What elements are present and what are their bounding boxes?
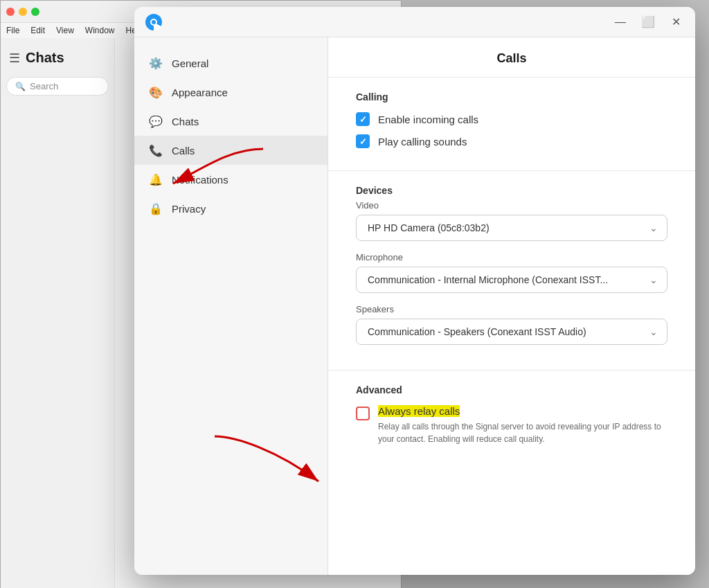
advanced-title: Advanced <box>356 384 667 395</box>
close-button[interactable]: ✕ <box>667 14 684 30</box>
settings-titlebar: — ⬜ ✕ <box>134 7 695 37</box>
settings-nav: ⚙️ General 🎨 Appearance 💬 Chats 📞 Calls … <box>134 37 328 575</box>
relay-calls-desc: Relay all calls through the Signal serve… <box>378 420 667 445</box>
gear-icon: ⚙️ <box>148 55 163 71</box>
nav-item-general[interactable]: ⚙️ General <box>134 48 327 78</box>
video-subsection: Video HP HD Camera (05c8:03b2) ⌄ <box>356 200 667 241</box>
content-title: Calls <box>356 51 667 66</box>
play-sounds-row: ✓ Play calling sounds <box>356 134 667 148</box>
microphone-select[interactable]: Communication - Internal Microphone (Con… <box>356 267 667 293</box>
app-logo <box>145 14 162 30</box>
speakers-subsection: Speakers Communication - Speakers (Conex… <box>356 304 667 345</box>
enable-incoming-checkbox[interactable]: ✓ <box>356 112 370 126</box>
nav-label-general: General <box>172 57 208 69</box>
content-header: Calls <box>328 37 695 78</box>
phone-icon: 📞 <box>148 143 163 158</box>
video-select[interactable]: HP HD Camera (05c8:03b2) <box>356 215 667 241</box>
enable-incoming-row: ✓ Enable incoming calls <box>356 112 667 126</box>
speakers-select-wrapper: Communication - Speakers (Conexant ISST … <box>356 319 667 345</box>
speakers-label: Speakers <box>356 304 667 314</box>
nav-item-notifications[interactable]: 🔔 Notifications <box>134 165 327 194</box>
nav-item-calls[interactable]: 📞 Calls <box>134 136 327 165</box>
calling-label: Calling <box>356 91 667 103</box>
relay-text-block: Always relay calls Relay all calls throu… <box>378 405 667 445</box>
nav-item-privacy[interactable]: 🔒 Privacy <box>134 194 327 223</box>
microphone-select-wrapper: Communication - Internal Microphone (Con… <box>356 267 667 293</box>
enable-incoming-label: Enable incoming calls <box>378 114 478 125</box>
play-sounds-checkbox[interactable]: ✓ <box>356 134 370 148</box>
play-sounds-label: Play calling sounds <box>378 136 467 148</box>
microphone-label: Microphone <box>356 252 667 262</box>
nav-item-chats[interactable]: 💬 Chats <box>134 107 327 136</box>
nav-label-chats: Chats <box>172 116 199 127</box>
video-label: Video <box>356 200 667 211</box>
titlebar-controls: — ⬜ ✕ <box>612 14 684 30</box>
microphone-subsection: Microphone Communication - Internal Micr… <box>356 252 667 293</box>
bell-icon: 🔔 <box>148 172 163 187</box>
advanced-section: Advanced Always relay calls Relay all ca… <box>328 371 695 459</box>
video-select-wrapper: HP HD Camera (05c8:03b2) ⌄ <box>356 215 667 241</box>
calling-section: Calling ✓ Enable incoming calls ✓ Play c… <box>328 78 695 171</box>
modal-overlay: — ⬜ ✕ ⚙️ General 🎨 Appearance 💬 Chats <box>0 0 709 588</box>
nav-label-privacy: Privacy <box>172 203 206 215</box>
minimize-button[interactable]: — <box>612 14 629 30</box>
maximize-button[interactable]: ⬜ <box>640 14 656 30</box>
nav-item-appearance[interactable]: 🎨 Appearance <box>134 78 327 107</box>
settings-body: ⚙️ General 🎨 Appearance 💬 Chats 📞 Calls … <box>134 37 695 575</box>
nav-label-calls: Calls <box>172 145 195 157</box>
nav-label-notifications: Notifications <box>172 174 228 186</box>
speakers-select[interactable]: Communication - Speakers (Conexant ISST … <box>356 319 667 345</box>
settings-content: Calls Calling ✓ Enable incoming calls ✓ <box>328 37 695 575</box>
checkmark-icon-2: ✓ <box>359 136 367 147</box>
relay-calls-row: Always relay calls Relay all calls throu… <box>356 405 667 445</box>
settings-window: — ⬜ ✕ ⚙️ General 🎨 Appearance 💬 Chats <box>134 7 695 575</box>
devices-section: Devices Video HP HD Camera (05c8:03b2) ⌄… <box>328 171 695 371</box>
nav-label-appearance: Appearance <box>172 87 228 98</box>
checkmark-icon: ✓ <box>359 114 367 125</box>
relay-calls-label: Always relay calls <box>378 405 460 417</box>
lock-icon: 🔒 <box>148 201 163 216</box>
appearance-icon: 🎨 <box>148 84 163 100</box>
devices-title: Devices <box>356 185 667 196</box>
chat-icon: 💬 <box>148 114 163 129</box>
relay-calls-checkbox[interactable] <box>356 407 370 420</box>
